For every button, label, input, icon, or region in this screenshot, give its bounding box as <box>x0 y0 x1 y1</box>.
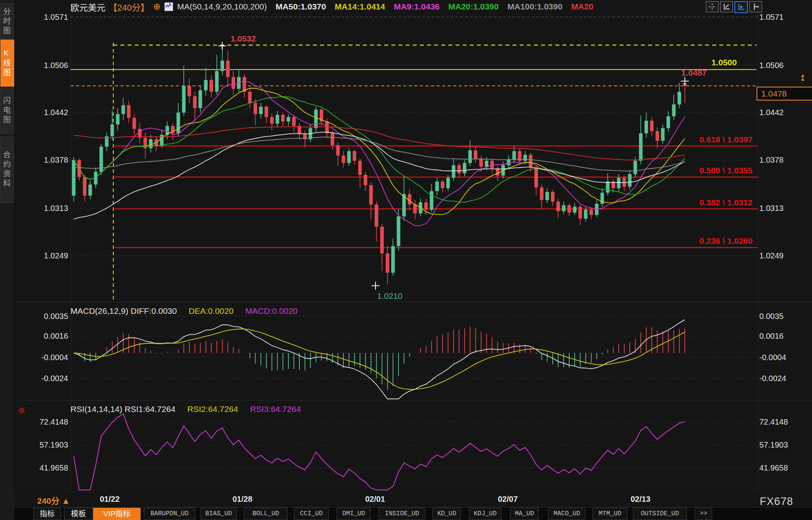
bottom-tab-模板[interactable]: 模板 <box>64 508 93 520</box>
bottom-tab-BARUPDN_UD[interactable]: BARUPDN_UD <box>144 508 195 520</box>
sidebar-tab-分时图[interactable]: 分时图 <box>0 3 14 40</box>
axis-label: 1.0378 <box>23 155 68 165</box>
rsi2-value: RSI2:64.7264 <box>187 404 238 414</box>
axis-label: 57.1903 <box>759 440 804 450</box>
bottom-tab-CCI_UD[interactable]: CCI_UD <box>294 508 329 520</box>
peak-price-label: 1.0532 <box>231 34 256 44</box>
ma-legend-value: MA100:1.0390 <box>507 2 562 11</box>
main-macd-divider <box>14 302 812 302</box>
axis-label: 41.9658 <box>759 463 804 473</box>
axis-label: 1.0571 <box>23 12 68 22</box>
macd-dea-value: DEA:0.0020 <box>189 306 233 315</box>
axis-scale-tool-icon[interactable] <box>720 1 733 12</box>
bottom-tab-指标[interactable]: 指标 <box>33 508 61 520</box>
bottom-tab-KD_UD[interactable]: KD_UD <box>433 508 461 520</box>
sidebar-tab-闪电图[interactable]: 闪电图 <box>0 88 14 133</box>
axis-label: 0.0016 <box>759 331 804 341</box>
current-price-box: 1.0478 <box>757 87 812 101</box>
current-price-value: 1.0478 <box>761 89 787 98</box>
axis-label: 72.4148 <box>759 417 804 427</box>
bottom-tab-MACD_UD[interactable]: MACD_UD <box>548 508 585 520</box>
date-label: 02/13 <box>621 495 660 504</box>
right-gutter-divider <box>758 13 758 492</box>
circle-plus-icon[interactable]: ⊕ <box>153 2 160 12</box>
axis-label: 1.0249 <box>23 251 68 261</box>
bottom-tab-BIAS_UD[interactable]: BIAS_UD <box>200 508 237 520</box>
bottom-tab-OUTSIDE_UD[interactable]: OUTSIDE_UD <box>633 508 687 520</box>
axis-label: -0.0024 <box>23 373 68 383</box>
axis-label: 0.0035 <box>23 311 68 321</box>
play-scale-tool-icon[interactable] <box>734 1 748 13</box>
pan-tool-icon[interactable] <box>749 1 762 12</box>
axis-label: -0.0004 <box>23 352 68 362</box>
bottom-tab-BOLL_UD[interactable]: BOLL_UD <box>244 508 288 520</box>
price-up-arrow-icon: ▲▲ <box>800 74 805 81</box>
ma-legend-value: MA14:1.0414 <box>335 2 385 11</box>
axis-label: -0.0004 <box>759 352 804 362</box>
axis-label: 1.0378 <box>759 155 804 165</box>
svg-text:0.618 \ 1.0397: 0.618 \ 1.0397 <box>700 135 753 144</box>
swing-low-label: 1.0210 <box>377 291 402 301</box>
resistance-level-label: 1.0500 <box>711 58 737 67</box>
axis-label: 1.0506 <box>23 60 68 70</box>
swing-high-label: 1.0487 <box>681 68 707 78</box>
sidebar-tab-合约资料[interactable]: 合约资料 <box>0 137 14 203</box>
axis-label: 1.0442 <box>759 107 804 118</box>
macd-diff-value: MACD(26,12,9) DIFF:0.0030 <box>71 306 177 315</box>
symbol-title: 欧元美元 <box>71 0 105 13</box>
date-label: 02/07 <box>488 495 528 504</box>
time-axis[interactable]: 240分 ▲ 01/2201/2802/0102/0702/13 <box>14 492 812 507</box>
axis-label: 1.0313 <box>759 203 804 213</box>
ma-definition: MA(50,14,9,20,100,200) <box>177 2 267 11</box>
ma-legend-value: MA50:1.0370 <box>276 2 326 11</box>
trading-app: 0.618 \ 1.03970.500 \ 1.03550.382 \ 1.03… <box>0 0 812 520</box>
macd-macd-value: MACD:0.0020 <box>245 306 297 315</box>
left-gutter-divider <box>71 13 71 492</box>
axis-label: 1.0506 <box>759 60 804 70</box>
left-sidebar: 分时图K线图闪电图合约资料 <box>0 0 15 520</box>
axis-label: 41.9658 <box>23 463 68 473</box>
record-dot-icon[interactable] <box>17 405 27 417</box>
svg-text:0.500 \ 1.0355: 0.500 \ 1.0355 <box>700 166 753 175</box>
date-label: 01/28 <box>223 495 262 504</box>
axis-label: 1.0313 <box>23 203 68 213</box>
ma-legend: MA50:1.0370MA14:1.0414MA9:1.0436MA20:1.0… <box>267 2 593 11</box>
rsi1-value: RSI(14,14,14) RSI1:64.7264 <box>71 404 175 414</box>
chart-tool-icons <box>706 1 762 13</box>
rsi-pane-header: RSI(14,14,14) RSI1:64.7264 RSI2:64.7264 … <box>71 404 301 414</box>
bottom-tab-INSIDE_UD[interactable]: INSIDE_UD <box>379 508 425 520</box>
macd-rsi-divider <box>14 400 812 401</box>
ma-legend-value: MA20 <box>571 2 593 11</box>
date-label: 01/22 <box>90 495 130 504</box>
bottom-tab-MTM_UD[interactable]: MTM_UD <box>593 508 627 520</box>
date-label: 02/01 <box>355 495 395 504</box>
ma-legend-value: MA9:1.0436 <box>394 2 440 11</box>
axis-label: 1.0249 <box>759 251 804 261</box>
bottom-tab->>[interactable]: >> <box>695 508 712 520</box>
chart-canvas: 0.618 \ 1.03970.500 \ 1.03550.382 \ 1.03… <box>0 0 812 520</box>
bottom-tab-KDJ_UD[interactable]: KDJ_UD <box>469 508 501 520</box>
ma-legend-value: MA20:1.0390 <box>448 2 499 11</box>
svg-text:0.236 \ 1.0260: 0.236 \ 1.0260 <box>700 236 753 245</box>
axis-label: 1.0571 <box>759 12 804 22</box>
crosshair-tool-icon[interactable] <box>706 1 719 12</box>
chart-header: 欧元美元 【240分】 ⊕ MA(50,14,9,20,100,200) MA5… <box>71 1 593 13</box>
svg-text:0.382 \ 1.0312: 0.382 \ 1.0312 <box>700 198 753 207</box>
bottom-tab-DMI_UD[interactable]: DMI_UD <box>337 508 371 520</box>
axis-label: 0.0035 <box>759 311 804 321</box>
axis-label: 1.0442 <box>23 107 68 118</box>
axis-labels-layer: 1.05711.05711.05061.05061.04421.04421.03… <box>0 0 812 520</box>
indicator-tab-bar: 指标模板VIP指标BARUPDN_UDBIAS_UDBOLL_UDCCI_UDD… <box>14 507 812 520</box>
bottom-tab-MA_UD[interactable]: MA_UD <box>510 508 539 520</box>
axis-label: -0.0024 <box>759 373 804 383</box>
period-badge[interactable]: 240分 ▲ <box>37 494 70 506</box>
chart-type-icon[interactable] <box>164 2 173 11</box>
rsi3-value: RSI3:64.7264 <box>250 404 301 414</box>
axis-label: 0.0016 <box>23 331 68 341</box>
sidebar-tab-K线图[interactable]: K线图 <box>0 40 14 87</box>
axis-label: 57.1903 <box>23 440 68 450</box>
axis-label: 72.4148 <box>23 417 68 427</box>
bottom-tab-VIP指标[interactable]: VIP指标 <box>93 508 141 520</box>
timeframe-label[interactable]: 【240分】 <box>109 0 149 13</box>
brand-watermark: FX678 <box>760 495 793 508</box>
